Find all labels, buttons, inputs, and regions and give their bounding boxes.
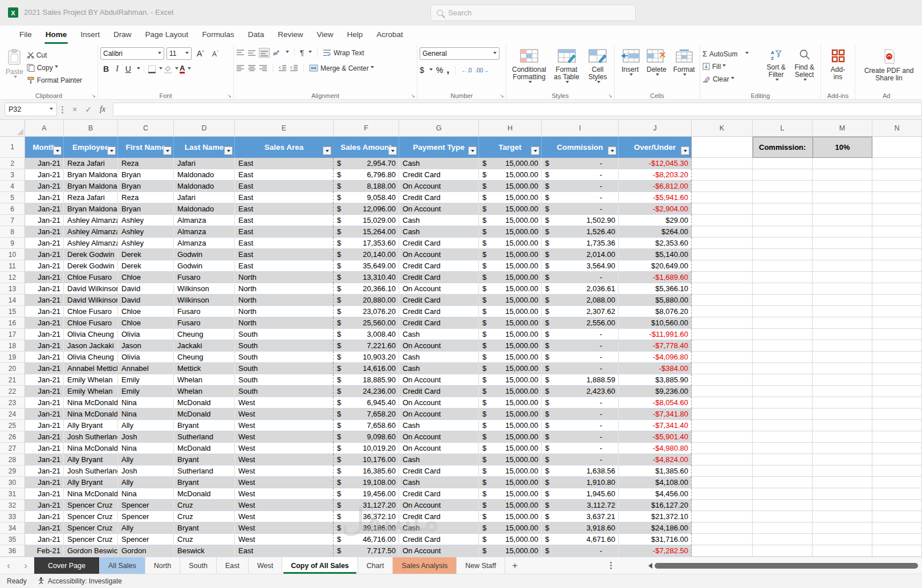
cell-target[interactable]: $15,000.00 xyxy=(479,260,542,272)
cell[interactable] xyxy=(813,363,872,374)
cell-month[interactable]: Jan-21 xyxy=(25,534,64,545)
cell[interactable] xyxy=(872,397,922,409)
cell-commission[interactable]: $- xyxy=(542,454,619,466)
number-format-select[interactable]: General xyxy=(420,47,499,60)
ribbon-tab-formulas[interactable]: Formulas xyxy=(195,26,241,44)
cell[interactable] xyxy=(813,340,872,352)
cell-target[interactable]: $15,000.00 xyxy=(479,169,542,181)
row-header[interactable]: 30 xyxy=(0,477,25,488)
cell[interactable] xyxy=(753,409,813,420)
cell[interactable] xyxy=(753,203,813,215)
cell-target[interactable]: $15,000.00 xyxy=(479,272,542,283)
cell-over-under[interactable]: $5,880.00 xyxy=(619,295,692,306)
cell-month[interactable]: Jan-21 xyxy=(25,283,64,295)
cell-commission[interactable]: $3,918.60 xyxy=(542,522,619,534)
column-title-month[interactable]: Month xyxy=(25,137,64,158)
cell-first-name[interactable]: Ally xyxy=(118,477,174,488)
cell[interactable] xyxy=(813,522,872,534)
cell[interactable] xyxy=(813,374,872,386)
cell-payment-type[interactable]: Cash xyxy=(399,215,479,226)
cell-commission[interactable]: $1,910.80 xyxy=(542,477,619,488)
cell-sales-amount[interactable]: $9,098.60 xyxy=(334,431,399,443)
cell[interactable] xyxy=(813,215,872,226)
cell-over-under[interactable]: $264.00 xyxy=(619,226,692,238)
cell-styles-button[interactable]: Cell Styles xyxy=(583,47,612,91)
cell[interactable] xyxy=(813,192,872,203)
column-header[interactable]: I xyxy=(542,120,619,137)
cell-last-name[interactable]: Almanza xyxy=(174,238,235,249)
ribbon-tab-insert[interactable]: Insert xyxy=(74,26,107,44)
cell[interactable] xyxy=(872,534,922,545)
format-as-table-button[interactable]: Format as Table xyxy=(550,47,583,91)
cell-commission[interactable]: $- xyxy=(542,169,619,181)
cell[interactable] xyxy=(872,317,922,329)
ribbon-tab-home[interactable]: Home xyxy=(39,26,74,44)
cell-employee[interactable]: Derek Godwin xyxy=(64,249,118,260)
cell-payment-type[interactable]: On Account xyxy=(399,545,479,557)
cell-last-name[interactable]: Bryant xyxy=(174,454,235,466)
row-header[interactable]: 22 xyxy=(0,386,25,397)
cell-sales-amount[interactable]: $2,954.70 xyxy=(334,158,399,169)
cell[interactable] xyxy=(813,158,872,169)
cell-month[interactable]: Jan-21 xyxy=(25,488,64,500)
cell-payment-type[interactable]: Credit Card xyxy=(399,272,479,283)
cell-last-name[interactable]: Cheung xyxy=(174,329,235,340)
cell-sales-area[interactable]: East xyxy=(235,181,334,192)
cell-employee[interactable]: Ally Bryant xyxy=(64,477,118,488)
cell-target[interactable]: $15,000.00 xyxy=(479,306,542,317)
row-header[interactable]: 4 xyxy=(0,181,25,192)
cell[interactable] xyxy=(872,466,922,477)
cell-target[interactable]: $15,000.00 xyxy=(479,454,542,466)
cell[interactable] xyxy=(813,454,872,466)
cell[interactable] xyxy=(872,454,922,466)
align-right-icon[interactable] xyxy=(259,64,267,72)
cell-first-name[interactable]: Gordon xyxy=(118,545,174,557)
cell[interactable] xyxy=(753,397,813,409)
row-header[interactable]: 3 xyxy=(0,169,25,181)
cell[interactable] xyxy=(753,534,813,545)
tabs-scroll-right-icon[interactable]: › xyxy=(17,557,34,574)
cell[interactable] xyxy=(813,317,872,329)
row-header[interactable]: 15 xyxy=(0,306,25,317)
cell[interactable] xyxy=(753,545,813,557)
cell-last-name[interactable]: McDonald xyxy=(174,488,235,500)
cell-sales-amount[interactable]: $3,008.40 xyxy=(334,329,399,340)
clipboard-dialog-launcher[interactable]: ↘ xyxy=(91,93,96,99)
cell-over-under[interactable]: -$5,901.40 xyxy=(619,431,692,443)
cell[interactable] xyxy=(813,238,872,249)
font-dialog-launcher[interactable]: ↘ xyxy=(227,93,231,99)
cell-payment-type[interactable]: Credit Card xyxy=(399,511,479,522)
cell-payment-type[interactable]: On Account xyxy=(399,283,479,295)
cell[interactable] xyxy=(753,363,813,374)
row-header[interactable]: 11 xyxy=(0,260,25,272)
cell-over-under[interactable]: $4,456.00 xyxy=(619,488,692,500)
cell[interactable] xyxy=(692,169,753,181)
cell[interactable] xyxy=(692,260,753,272)
cell[interactable] xyxy=(692,431,753,443)
cell[interactable] xyxy=(872,500,922,511)
cell-target[interactable]: $15,000.00 xyxy=(479,511,542,522)
cell-commission[interactable]: $4,671.60 xyxy=(542,534,619,545)
cell[interactable] xyxy=(872,158,922,169)
cell[interactable] xyxy=(872,545,922,557)
cell[interactable] xyxy=(872,363,922,374)
cell-last-name[interactable]: Cruz xyxy=(174,500,235,511)
cell-sales-amount[interactable]: $8,188.00 xyxy=(334,181,399,192)
cell[interactable] xyxy=(813,329,872,340)
cell-sales-area[interactable]: South xyxy=(235,386,334,397)
decrease-indent-icon[interactable] xyxy=(278,64,287,72)
row-header[interactable]: 32 xyxy=(0,500,25,511)
increase-decimal-button[interactable]: ←.0 xyxy=(461,67,472,74)
cell-sales-area[interactable]: South xyxy=(235,363,334,374)
cell-first-name[interactable]: Reza xyxy=(118,158,174,169)
cell-sales-area[interactable]: East xyxy=(235,215,334,226)
sheet-tab-all-sales[interactable]: All Sales xyxy=(100,557,145,574)
row-header[interactable]: 8 xyxy=(0,226,25,238)
cell[interactable] xyxy=(692,249,753,260)
cell[interactable] xyxy=(753,226,813,238)
row-header[interactable]: 35 xyxy=(0,534,25,545)
formula-input[interactable] xyxy=(113,103,922,116)
cell[interactable] xyxy=(692,192,753,203)
column-header[interactable]: K xyxy=(692,120,753,137)
cell[interactable] xyxy=(813,181,872,192)
